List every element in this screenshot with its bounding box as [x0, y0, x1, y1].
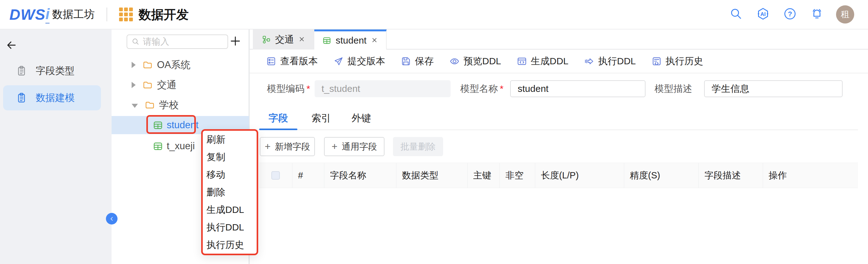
batch-delete-button: 批量删除 [393, 137, 443, 156]
select-all-cell [259, 163, 292, 188]
run-arrow-icon [584, 56, 594, 66]
toolbar-label: 执行历史 [665, 55, 703, 68]
clipboard-icon [16, 92, 27, 104]
model-code-input[interactable] [315, 80, 451, 97]
page-title: 数据开发 [138, 6, 189, 23]
add-field-button[interactable]: + 新增字段 [260, 137, 315, 156]
editor-tab-traffic[interactable]: 交通 [253, 29, 314, 50]
column-header-precision: 精度(S) [624, 163, 699, 188]
toolbar-label: 提交版本 [347, 55, 385, 68]
flow-icon [262, 35, 271, 44]
model-name-input[interactable] [510, 80, 646, 97]
menu-item-execution-history[interactable]: 执行历史 [203, 236, 257, 254]
tab-foreign-keys[interactable]: 外键 [342, 107, 380, 129]
help-icon[interactable]: ? [783, 7, 797, 22]
common-field-button[interactable]: + 通用字段 [324, 137, 384, 156]
dws-logo: DWS [9, 6, 45, 23]
tab-fields[interactable]: 字段 [259, 107, 298, 129]
editor-toolbar: 查看版本 提交版本 保存 预览DDL 生成DDL 执行DDL 执行历史 [250, 50, 868, 74]
versions-icon [266, 56, 276, 66]
close-icon[interactable] [371, 35, 378, 46]
sidebar-item-label: 数据建模 [36, 91, 74, 105]
generate-ddl-button[interactable]: 生成DDL [517, 55, 568, 68]
folder-icon [145, 100, 155, 110]
close-icon[interactable] [298, 34, 305, 45]
folder-icon [143, 60, 153, 69]
toolbar-label: 保存 [415, 55, 434, 68]
execution-history-button[interactable]: 执行历史 [651, 55, 703, 68]
ai-assistant-icon[interactable]: AI [756, 7, 770, 22]
table-icon [153, 120, 163, 130]
column-header-field-name: 字段名称 [324, 163, 396, 188]
svg-text:AI: AI [760, 11, 766, 17]
required-mark: * [307, 83, 310, 94]
column-header-index: # [292, 163, 324, 188]
tree-node-school[interactable]: 学校 [112, 96, 249, 114]
save-button[interactable]: 保存 [401, 55, 434, 68]
model-description-input[interactable] [704, 80, 843, 97]
view-versions-button[interactable]: 查看版本 [266, 55, 318, 68]
table-icon [322, 36, 331, 45]
select-all-checkbox[interactable] [271, 171, 280, 180]
submit-version-button[interactable]: 提交版本 [333, 55, 385, 68]
sidebar-item-label: 字段类型 [36, 64, 74, 78]
search-icon [132, 38, 140, 46]
brand-name: 数据工坊 [52, 7, 95, 22]
sidebar-item-data-modeling[interactable]: 数据建模 [3, 85, 101, 110]
code-window-icon [517, 56, 527, 66]
active-tab-underline [259, 128, 298, 130]
menu-item-generate-ddl[interactable]: 生成DDL [203, 201, 257, 218]
notification-bell-icon[interactable] [810, 7, 824, 22]
caret-right-icon[interactable] [132, 62, 136, 68]
caret-right-icon[interactable] [132, 82, 136, 88]
chevron-left-icon [109, 216, 115, 222]
collapse-panel-button[interactable] [106, 213, 118, 225]
toolbar-label: 预览DDL [463, 55, 501, 68]
folder-icon [143, 80, 153, 90]
tree-node-label: OA系统 [157, 58, 190, 71]
editor-tab-student[interactable]: student [314, 29, 387, 50]
search-icon[interactable] [730, 7, 743, 22]
tree-node-label: student [167, 119, 199, 131]
tree-node-oa-system[interactable]: OA系统 [112, 56, 249, 74]
toolbar-label: 执行DDL [598, 55, 636, 68]
menu-item-copy[interactable]: 复制 [203, 148, 257, 166]
column-header-data-type: 数据类型 [396, 163, 467, 188]
arrow-left-icon [6, 39, 17, 51]
context-menu: 刷新 复制 移动 删除 生成DDL 执行DDL 执行历史 [201, 129, 258, 255]
tab-label: 交通 [275, 33, 294, 46]
back-button[interactable] [6, 39, 18, 52]
execute-ddl-button[interactable]: 执行DDL [584, 55, 636, 68]
fields-table-header: # 字段名称 数据类型 主键 非空 长度(L/P) 精度(S) 字段描述 操作 [259, 163, 858, 188]
menu-item-execute-ddl[interactable]: 执行DDL [203, 218, 257, 236]
avatar[interactable]: 租 [836, 5, 854, 24]
model-name-label: 模型名称* [460, 80, 503, 97]
column-header-actions: 操作 [763, 163, 858, 188]
clipboard-icon [16, 65, 27, 77]
tabs-divider [259, 129, 858, 130]
table-icon [153, 141, 163, 151]
tree-search-box[interactable] [127, 34, 228, 49]
paper-plane-icon [333, 56, 344, 66]
toolbar-label: 生成DDL [531, 55, 568, 68]
column-header-length: 长度(L/P) [535, 163, 624, 188]
history-list-icon [651, 56, 662, 66]
caret-down-icon[interactable] [132, 104, 138, 108]
sidebar-item-field-types[interactable]: 字段类型 [3, 58, 101, 83]
sidebar: 字段类型 数据建模 [0, 29, 112, 264]
column-header-field-description: 字段描述 [699, 163, 763, 188]
column-header-not-null: 非空 [499, 163, 535, 188]
preview-ddl-button[interactable]: 预览DDL [450, 55, 501, 68]
menu-item-refresh[interactable]: 刷新 [203, 131, 257, 148]
main-content: 交通 student 查看版本 提交版本 保存 [249, 29, 868, 264]
add-model-button[interactable] [228, 34, 243, 48]
tab-indexes[interactable]: 索引 [302, 107, 340, 129]
required-mark: * [500, 83, 503, 94]
header-divider [106, 7, 107, 21]
plus-icon: + [332, 141, 338, 152]
column-header-primary-key: 主键 [467, 163, 499, 188]
menu-item-move[interactable]: 移动 [203, 166, 257, 183]
tree-search-input[interactable] [143, 37, 212, 47]
menu-item-delete[interactable]: 删除 [203, 183, 257, 201]
tree-node-traffic[interactable]: 交通 [112, 76, 249, 94]
